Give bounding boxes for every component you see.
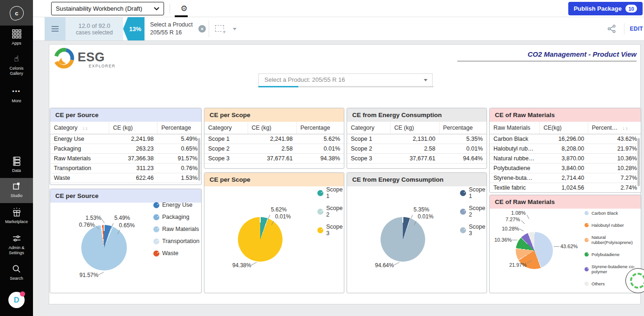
table-row[interactable]: Styrene-buta…2,714.407.27% [490,173,641,183]
column-header[interactable]: Percent…↓ 1 [588,122,641,134]
scrollbar-thumb[interactable] [198,138,200,181]
table-row[interactable]: Energy Use2,241.985.49% [50,134,201,144]
legend-item[interactable]: Scope 3 [317,224,344,237]
filter-chip-product[interactable]: Select a Product 205/55 R 16 [150,21,199,37]
legend-label: Halobutyl rubber [591,223,624,228]
edit-mode-button[interactable]: EDIT [630,26,643,32]
table-row[interactable]: Carbon Black16,296.0043.62% [490,134,641,144]
sidebar-item-marketplace[interactable]: Marketplace [0,207,33,224]
table-row[interactable]: Scope 337,677.6194.64% [347,154,486,164]
sidebar-item-admin-settings[interactable]: Admin & Settings [0,233,33,256]
panel-title: CE per Scope [204,108,344,122]
table-row[interactable]: Textile fabric1,024.562.74% [490,183,641,193]
pie-chart[interactable] [81,225,127,270]
table-row[interactable]: Packaging263.230.65% [50,144,201,154]
column-header[interactable]: CE (kg) [109,122,158,134]
legend-pie-icon [460,190,466,196]
celonis-logo[interactable]: c [0,0,33,26]
remove-filter-button[interactable]: × [198,25,206,33]
panel-ce-raw-materials-pie: CE of Raw Materials 1.08%7.27%10.28%10.3… [489,195,641,293]
legend-item[interactable]: Raw Materials [153,226,199,232]
legend-item[interactable]: Natural rubber(Polyisoprene) [585,235,641,245]
column-header[interactable]: Percentage [296,122,344,134]
logo-subtitle: EXPLORER [89,64,116,68]
legend-item[interactable]: Scope 2 [460,205,486,218]
legend-pie-icon [153,238,159,244]
sidebar-item-search[interactable]: Search [0,264,33,281]
table-row[interactable]: Scope 22.580.01% [204,144,344,154]
table-row[interactable]: Polybutadiene3,840.0010.28% [490,164,641,173]
add-selection-icon[interactable]: + [215,25,224,32]
data-table: CategoryCE (kg)PercentageScope 12,241.98… [204,122,344,164]
column-header[interactable]: Percentage [439,122,486,134]
pie-chart[interactable] [238,217,283,262]
hamburger-menu-button[interactable] [45,17,66,40]
column-header[interactable]: CE(kg) [539,122,588,134]
user-avatar[interactable]: D [8,292,25,308]
legend-item[interactable]: Energy Use [153,202,199,208]
table-cell: 0.01% [439,144,486,154]
scrollbar-thumb[interactable] [637,138,640,186]
sliders-icon [0,233,33,243]
column-header[interactable]: CE (kg) [390,122,439,134]
legend-item[interactable]: Scope 1 [317,186,344,199]
sidebar-item-more[interactable]: ••• More [0,86,33,104]
legend-item[interactable]: Packaging [153,214,199,220]
legend-item[interactable]: Transportation [153,238,199,244]
table-cell: Scope 3 [347,154,390,164]
table-row[interactable]: Scope 12,241.985.62% [204,134,344,144]
product-selector-dropdown[interactable]: Select a Product: 205/55 R 16 [258,73,433,86]
table-row[interactable]: Natural rubbe…3,870.0010.36% [490,154,641,164]
table-row[interactable]: Halobutyl rub…8,208.0021.97% [490,144,641,154]
column-header[interactable]: Category↓ 1 [50,122,109,134]
table-row[interactable]: Transportation311.230.76% [50,164,201,173]
sidebar-item-celonis-gallery[interactable]: ☝ Celonis Gallery [0,54,33,76]
sidebar-item-data[interactable]: Data [0,156,33,173]
legend-item[interactable]: Scope 2 [317,205,344,218]
sidebar-item-label: Apps [0,41,33,46]
gear-icon[interactable]: ⚙ [178,2,190,14]
legend-label: Energy Use [162,202,192,208]
table-row[interactable]: Scope 22.580.01% [347,144,486,154]
active-tab-indicator [175,15,188,17]
column-header[interactable]: Percentage [158,122,201,134]
table-cell: 2,131.00 [390,134,439,144]
share-icon[interactable] [607,25,616,35]
legend-label: Transportation [162,238,199,244]
table-cell: 1,024.56 [539,183,588,193]
column-header[interactable]: Category [347,122,390,134]
table-row[interactable]: Raw Materials37,366.3891.57% [50,154,201,164]
table-cell: 37,677.61 [248,154,296,164]
table-row[interactable]: Scope 337,677.6194.38% [204,154,344,164]
publish-package-button[interactable]: Publish Package 10 [568,2,643,15]
table-cell: Scope 3 [204,154,248,164]
legend-item[interactable]: Halobutyl rubber [585,223,641,228]
legend-label: Scope 1 [469,186,486,199]
selection-dropdown-chevron[interactable] [233,28,237,30]
column-header[interactable]: CE (kg) [248,122,296,134]
legend-item[interactable]: Waste [153,250,199,257]
legend-pie-icon [460,209,466,215]
legend-item[interactable]: Carbon Black [585,211,641,216]
column-header[interactable]: Category [204,122,248,134]
panel-ce-per-scope-pie: CE per Scope 5.62%0.01%94.38%Scope 1Scop… [204,172,344,293]
table-row[interactable]: Waste622.461.53% [50,173,201,183]
legend-item[interactable]: Scope 1 [460,186,486,199]
table-cell: 3,870.00 [539,154,588,164]
legend-item[interactable]: Scope 3 [460,224,486,237]
recycle-ring-icon [630,273,644,289]
pie-data-label: 5.35% [414,206,429,213]
column-header[interactable]: Raw Materials [490,122,539,134]
cases-selected-indicator[interactable]: 12.0 of 92.0 cases selected [66,17,123,40]
table-cell: 1.53% [158,173,201,183]
product-selector-value: Select a Product: 205/55 R 16 [264,74,345,86]
legend-item[interactable]: Polybutadiene [585,252,641,257]
sidebar-item-apps[interactable]: Apps [0,29,33,46]
leader-line [394,262,400,265]
pie-chart[interactable] [381,217,425,262]
table-cell: 0.65% [158,144,201,154]
table-row[interactable]: Scope 12,131.005.35% [347,134,486,144]
panel-title: CE per Source [50,189,201,203]
sidebar-item-studio[interactable]: Studio [0,181,33,198]
workbench-selector[interactable]: Sustainability Workbench (Draft) [51,2,164,15]
